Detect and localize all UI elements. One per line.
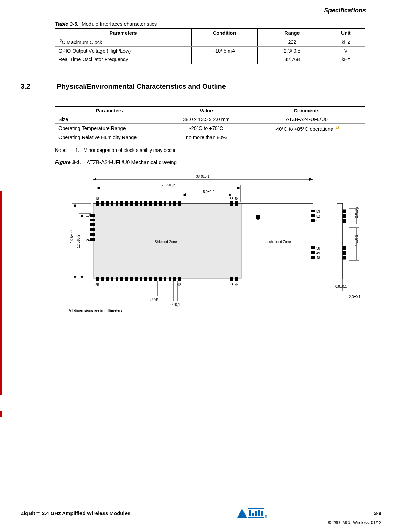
- section-number: 3.2: [21, 82, 55, 90]
- footnote-ref-1: (1): [334, 125, 339, 129]
- cell-comment: -40°C to +85°C operational(1): [249, 123, 365, 133]
- dim-side-2: 2,0±0,2: [355, 206, 358, 218]
- svg-rect-67: [311, 214, 315, 217]
- table-3-5-caption: Table 3-5. Module Interfaces characteris…: [55, 21, 366, 27]
- svg-rect-21: [101, 201, 104, 206]
- svg-rect-27: [130, 201, 133, 206]
- svg-rect-58: [230, 277, 233, 281]
- dim-inner-width: 25,3±0,2: [162, 183, 175, 187]
- svg-marker-80: [237, 187, 241, 189]
- svg-rect-33: [159, 201, 162, 206]
- svg-rect-6: [343, 214, 346, 218]
- svg-rect-36: [173, 201, 176, 206]
- svg-rect-8: [343, 246, 346, 250]
- svg-rect-34: [164, 201, 166, 206]
- revision-bar: [0, 191, 2, 395]
- i2c-suffix: C Maximum Clock: [62, 40, 102, 45]
- svg-rect-41: [101, 277, 104, 281]
- figure-text: ATZB-A24-UFL/U0 Mechanical drawing: [87, 159, 177, 165]
- section-title: Physical/Environmental Characteristics a…: [57, 82, 226, 90]
- dim-gap: 5,0±0,2: [203, 190, 215, 194]
- atmel-logo-bars-icon: [248, 508, 264, 518]
- pin-24: 24: [86, 238, 90, 242]
- svg-rect-5: [343, 210, 346, 213]
- svg-rect-53: [159, 277, 162, 281]
- svg-rect-9: [343, 251, 346, 255]
- svg-marker-83: [229, 193, 232, 196]
- cell-range: 2.3/ 0.5: [258, 46, 327, 55]
- cell-comment: ATZB-A24-UFL/U0: [249, 115, 365, 123]
- svg-rect-68: [311, 219, 315, 222]
- pin-52: 52: [316, 214, 320, 218]
- cell-condition: [192, 55, 258, 64]
- cell-value: no more than 80%: [164, 133, 249, 142]
- th-parameters: Parameters: [55, 29, 192, 37]
- cell-param: Size: [55, 115, 164, 123]
- note-text: Minor degration of clock stability may o…: [84, 147, 177, 153]
- svg-rect-65: [90, 238, 95, 241]
- pin-48: 48: [316, 256, 320, 260]
- svg-marker-76: [309, 178, 313, 181]
- svg-rect-30: [144, 201, 147, 206]
- svg-point-3: [256, 215, 260, 220]
- svg-rect-45: [120, 277, 123, 281]
- table-row: Size 38.0 x 13.5 x 2.0 mm ATZB-A24-UFL/U…: [55, 115, 365, 123]
- cell-unit: kHz: [327, 37, 365, 47]
- dim-pitch: 1,0 typ: [148, 297, 158, 301]
- figure-3-1-caption: Figure 3-1. ATZB-A24-UFL/U0 Mechanical d…: [55, 159, 366, 165]
- svg-rect-71: [311, 256, 315, 259]
- svg-rect-35: [169, 201, 171, 206]
- svg-rect-66: [311, 210, 315, 212]
- drawing-footnote: All dimensions are in millimeters: [69, 309, 123, 312]
- figure-label: Figure 3-1.: [55, 159, 81, 165]
- svg-rect-24: [116, 201, 118, 206]
- dim-pad: 0,7±0,1: [169, 303, 180, 307]
- atmel-logo-a-icon: [237, 509, 247, 518]
- svg-rect-50: [144, 277, 147, 281]
- page-section-title: Specifications: [21, 7, 366, 14]
- cell-condition: [192, 37, 258, 47]
- svg-rect-4: [337, 203, 343, 279]
- th-comments: Comments: [249, 106, 365, 115]
- table-3-5-label: Table 3-5.: [55, 21, 79, 27]
- pin-18: 18: [95, 197, 99, 201]
- table-row: GPIO Output Voltage (High/Low) -10/ 5 mA…: [55, 46, 365, 55]
- svg-rect-62: [90, 223, 95, 226]
- svg-rect-20: [96, 201, 99, 206]
- dim-height: 13,5±0,2: [70, 229, 74, 243]
- pin-49: 49: [316, 251, 320, 255]
- svg-rect-23: [111, 201, 113, 206]
- section-3-2-heading: 3.2 Physical/Environmental Characteristi…: [21, 82, 366, 90]
- svg-rect-70: [311, 251, 315, 254]
- pin-42: 42: [177, 283, 181, 287]
- pin-53: 53: [316, 210, 320, 213]
- footer-page-number: 3-9: [374, 510, 381, 516]
- pin-19: 19: [86, 213, 90, 217]
- pin-50: 50: [316, 246, 320, 250]
- svg-rect-69: [311, 246, 315, 249]
- note-index: 1.: [75, 147, 82, 153]
- svg-rect-29: [140, 201, 142, 206]
- cell-param: Operating Relative Humidity Range: [55, 133, 164, 142]
- pin-25: 25: [95, 283, 99, 287]
- svg-rect-10: [343, 256, 346, 259]
- pin-53b: 53: [230, 197, 234, 201]
- cell-range: 222: [258, 37, 327, 47]
- pin-44: 44: [235, 283, 239, 287]
- svg-rect-40: [96, 277, 99, 281]
- note-label: Note:: [55, 147, 74, 153]
- section-divider: [21, 78, 366, 78]
- svg-rect-54: [164, 277, 166, 281]
- table-3-5: Parameters Condition Range Unit I2C Maxi…: [55, 28, 365, 64]
- svg-rect-42: [106, 277, 109, 281]
- table-row: Real Time Oscillator Frequency 32.768 kH…: [55, 55, 365, 64]
- svg-rect-39: [235, 201, 238, 206]
- th-value: Value: [164, 106, 249, 115]
- th-unit: Unit: [327, 29, 365, 37]
- cell-unit: kHz: [327, 55, 365, 64]
- svg-rect-38: [230, 201, 233, 206]
- dim-side-4: 4,0±0,2: [355, 235, 358, 246]
- label-shielded: Shielded Zone: [155, 240, 177, 244]
- dim-total-width: 38,0±0,1: [196, 175, 209, 178]
- cell-value: 38.0 x 13.5 x 2.0 mm: [164, 115, 249, 123]
